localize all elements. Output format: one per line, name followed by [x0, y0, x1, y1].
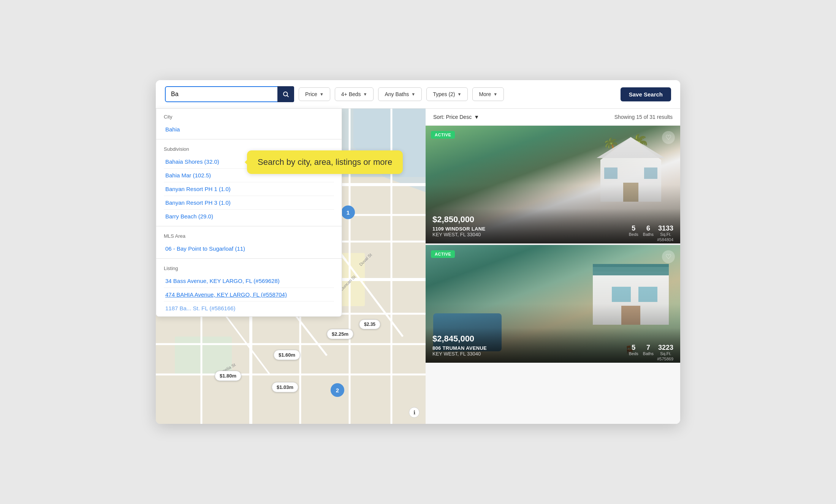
mls-area-item-0[interactable]: 06 - Bay Point to Sugarloaf (11)	[164, 242, 334, 255]
results-count: Showing 15 of 31 results	[614, 114, 673, 120]
listing-mls-1: #584804	[657, 237, 673, 242]
baths-value-1: 6	[643, 225, 654, 232]
cluster-badge-2[interactable]: 2	[331, 383, 344, 397]
active-badge-1: ACTIVE	[431, 131, 455, 139]
listing-stats-1: 5 Beds 6 Baths 3133 Sq.Ft.	[629, 225, 673, 237]
price-filter-button[interactable]: Price ▼	[299, 87, 330, 101]
more-filter-button[interactable]: More ▼	[472, 87, 504, 101]
baths-filter-label: Any Baths	[385, 91, 409, 97]
toolbar: Price ▼ 4+ Beds ▼ Any Baths ▼ Types (2) …	[156, 80, 680, 109]
beds-filter-label: 4+ Beds	[341, 91, 361, 97]
baths-stat-2: 7 Baths	[643, 344, 654, 357]
beds-label-2: Beds	[629, 351, 638, 357]
listing-mls-2: #575869	[657, 357, 673, 361]
more-filter-arrow: ▼	[493, 92, 497, 96]
price-filter-label: Price	[305, 91, 317, 97]
listings-header: Sort: Price Desc ▼ Showing 15 of 31 resu…	[426, 109, 680, 126]
city-item-bahia[interactable]: Bahia	[164, 123, 334, 136]
types-filter-arrow: ▼	[458, 92, 462, 96]
subdivision-item-4[interactable]: Barry Beach (29.0)	[164, 210, 334, 223]
main-container: Price ▼ 4+ Beds ▼ Any Baths ▼ Types (2) …	[156, 80, 680, 424]
search-icon	[282, 91, 289, 98]
save-search-button[interactable]: Save Search	[621, 87, 671, 101]
beds-label-1: Beds	[629, 232, 638, 237]
types-filter-label: Types (2)	[433, 91, 455, 97]
sort-label: Sort: Price Desc	[433, 114, 472, 120]
search-button[interactable]	[277, 86, 294, 102]
sqft-stat-2: 3223 Sq.Ft.	[658, 344, 673, 357]
beds-filter-arrow: ▼	[363, 92, 367, 96]
baths-filter-button[interactable]: Any Baths ▼	[378, 87, 422, 101]
beds-value-2: 5	[629, 344, 638, 351]
listings-panel: Sort: Price Desc ▼ Showing 15 of 31 resu…	[426, 109, 680, 424]
beds-value-1: 5	[629, 225, 638, 232]
divider-1	[156, 139, 342, 139]
listing-price-2: $2,845,000	[432, 334, 673, 344]
favorite-button-1[interactable]: ♡	[662, 131, 675, 144]
search-tooltip: Search by city, area, listings or more	[247, 150, 403, 174]
svg-line-1	[287, 95, 288, 96]
listing-price-1: $2,850,000	[432, 215, 673, 224]
sort-button[interactable]: Sort: Price Desc ▼	[433, 114, 479, 120]
listing-card-1[interactable]: 🌴 🌴 ACTIVE ♡	[426, 126, 680, 243]
sqft-label-1: Sq.Ft.	[658, 232, 673, 237]
beds-stat-2: 5 Beds	[629, 344, 638, 357]
city-section-label: City	[164, 114, 334, 120]
baths-label-2: Baths	[643, 351, 654, 357]
search-dropdown: City Bahia Subdivision Bahaia Shores (32…	[156, 109, 342, 317]
listings-list: 🌴 🌴 ACTIVE ♡	[426, 126, 680, 424]
price-bubble-5[interactable]: $1.03m	[272, 382, 298, 392]
sqft-stat-1: 3133 Sq.Ft.	[658, 225, 673, 237]
divider-3	[156, 258, 342, 259]
price-bubble-3[interactable]: $1.60m	[274, 350, 300, 360]
search-wrapper	[165, 86, 294, 102]
divider-2	[156, 226, 342, 226]
beds-filter-button[interactable]: 4+ Beds ▼	[335, 87, 374, 101]
baths-stat-1: 6 Baths	[643, 225, 654, 237]
sqft-value-1: 3133	[658, 225, 673, 232]
map-info-button[interactable]: ℹ	[409, 407, 420, 418]
cluster-badge-1[interactable]: 1	[341, 205, 355, 219]
sort-arrow-icon: ▼	[474, 114, 479, 120]
active-badge-2: ACTIVE	[431, 250, 455, 258]
sqft-label-2: Sq.Ft.	[658, 351, 673, 357]
listing-item-1[interactable]: 474 BAHIA Avenue, KEY LARGO, FL (#558704…	[164, 288, 334, 302]
price-bubble-4[interactable]: $1.80m	[215, 371, 241, 381]
baths-label-1: Baths	[643, 232, 654, 237]
listing-section-label: Listing	[164, 265, 334, 271]
mls-area-section-label: MLS Area	[164, 233, 334, 239]
listing-item-0[interactable]: 34 Bass Avenue, KEY LARGO, FL (#569628)	[164, 274, 334, 288]
favorite-button-2[interactable]: ♡	[662, 250, 675, 263]
listing-item-2[interactable]: 1187 Ba... St. FL (#586166)	[164, 302, 334, 315]
price-filter-arrow: ▼	[320, 92, 324, 96]
baths-filter-arrow: ▼	[411, 92, 415, 96]
types-filter-button[interactable]: Types (2) ▼	[426, 87, 468, 101]
subdivision-item-2[interactable]: Banyan Resort PH 1 (1.0)	[164, 182, 334, 196]
baths-value-2: 7	[643, 344, 654, 351]
beds-stat-1: 5 Beds	[629, 225, 638, 237]
price-bubble-2[interactable]: $2.25m	[327, 329, 353, 339]
body-layout: City Bahia Subdivision Bahaia Shores (32…	[156, 109, 680, 424]
listing-section: Listing 34 Bass Avenue, KEY LARGO, FL (#…	[156, 260, 342, 316]
city-section: City Bahia	[156, 109, 342, 137]
sqft-value-2: 3223	[658, 344, 673, 351]
more-filter-label: More	[479, 91, 491, 97]
subdivision-item-3[interactable]: Banyan Resort PH 3 (1.0)	[164, 196, 334, 210]
price-bubble-7[interactable]: $2.35	[359, 319, 380, 329]
listing-stats-2: 5 Beds 7 Baths 3223 Sq.Ft.	[629, 344, 673, 357]
listing-card-2[interactable]: 🪑 ACTIVE ♡ $2,845,000 806 TRUMAN AVENUE …	[426, 243, 680, 363]
search-input[interactable]	[165, 86, 294, 102]
mls-area-section: MLS Area 06 - Bay Point to Sugarloaf (11…	[156, 228, 342, 257]
